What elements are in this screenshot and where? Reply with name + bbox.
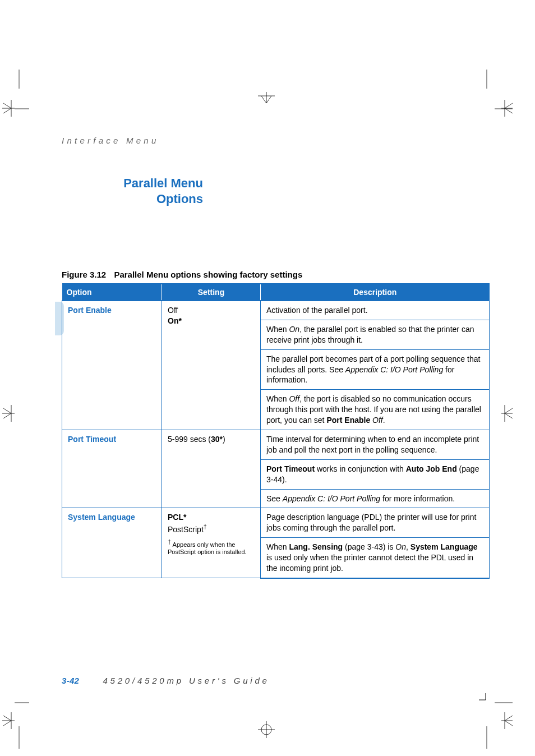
arrow-mark-left-mid [0, 405, 15, 422]
heading-line2: Options [156, 192, 203, 206]
description-cell: The parallel port becomes part of a port… [261, 349, 490, 390]
setting-value-default: On* [168, 316, 182, 325]
arrow-mark-left-top [0, 100, 15, 117]
description-cell: Activation of the parallel port. [261, 301, 490, 320]
setting-value: 5-999 secs ( [168, 435, 211, 444]
desc-bold: Port Timeout [266, 464, 315, 473]
header-option: Option [62, 284, 162, 301]
setting-value-default: 30* [211, 435, 223, 444]
option-cell: Port Enable [62, 301, 162, 430]
option-name: Port Enable [68, 306, 112, 315]
description-cell: Page description language (PDL) the prin… [261, 508, 490, 538]
table-row: Port Timeout 5-999 secs (30*) Time inter… [62, 430, 490, 460]
page-footer: 3-42 4520/4520mp User's Guide [62, 676, 270, 685]
arrow-mark-right-bottom [501, 712, 516, 729]
setting-value: PostScript [168, 525, 204, 534]
page-number: 3-42 [62, 676, 79, 685]
crop-mark-top-left [15, 70, 30, 120]
header-description: Description [261, 284, 490, 301]
option-cell: System Language [62, 508, 162, 578]
desc-bold: Port Enable [326, 416, 370, 425]
setting-value-default: PCL* [168, 513, 186, 522]
setting-cell: Off On* [162, 301, 261, 430]
section-heading: Parallel Menu Options [89, 176, 203, 206]
desc-text: for more information. [380, 494, 455, 503]
desc-text: Page description language (PDL) the prin… [266, 513, 476, 532]
desc-text: When [266, 542, 289, 551]
heading-line1: Parallel Menu [123, 176, 203, 190]
footnote-text: Appears only when the PostScript option … [168, 541, 247, 556]
table-row: System Language PCL* PostScript† † Appea… [62, 508, 490, 538]
option-cell: Port Timeout [62, 430, 162, 508]
setting-cell: PCL* PostScript† † Appears only when the… [162, 508, 261, 578]
desc-text: When [266, 325, 289, 334]
desc-text: is used only when the printer cannot det… [266, 553, 473, 573]
desc-bold: System Language [411, 542, 478, 551]
page-content: Interface Menu Parallel Menu Options [62, 136, 488, 206]
description-cell: When Lang. Sensing (page 3-43) is On, Sy… [261, 538, 490, 578]
desc-text: When [266, 394, 289, 403]
setting-cell: 5-999 secs (30*) [162, 430, 261, 508]
desc-bold: Lang. Sensing [289, 542, 343, 551]
description-cell: See Appendix C: I/O Port Polling for mor… [261, 489, 490, 508]
option-name: System Language [68, 513, 135, 522]
corner-l-mark [479, 691, 495, 701]
registration-mark-top [258, 92, 275, 105]
desc-ital: Off [372, 416, 383, 425]
crop-mark-bottom-left [15, 698, 30, 749]
desc-text: See [266, 494, 283, 503]
desc-ital: On [289, 325, 299, 334]
desc-ital: Appendix C: I/O Port Polling [283, 494, 380, 503]
registration-mark-bottom [258, 721, 275, 738]
desc-text: (page 3-43) is [343, 542, 395, 551]
figure-title: Parallel Menu options showing factory se… [114, 270, 302, 279]
description-cell: When On, the parallel port is enabled so… [261, 320, 490, 349]
desc-text: Time interval for determining when to en… [266, 435, 479, 454]
setting-footnote: † Appears only when the PostScript optio… [168, 538, 255, 556]
running-header: Interface Menu [62, 136, 488, 145]
description-cell: Port Timeout works in conjunction with A… [261, 459, 490, 489]
dagger-mark: † [168, 538, 171, 545]
desc-bold: Auto Job End [406, 464, 457, 473]
arrow-mark-right-mid [501, 405, 516, 422]
setting-value: Off [168, 306, 178, 315]
guide-title: 4520/4520mp User's Guide [103, 676, 269, 685]
desc-text: Activation of the parallel port. [266, 306, 368, 315]
arrow-mark-right-top [501, 100, 516, 117]
description-cell: When Off, the port is disabled so no com… [261, 390, 490, 430]
desc-ital: Appendix C: I/O Port Polling [345, 365, 443, 374]
setting-value: ) [223, 435, 225, 444]
desc-ital: Off [289, 394, 299, 403]
figure-caption: Figure 3.12 Parallel Menu options showin… [62, 270, 302, 279]
desc-text: works in conjunction with [315, 464, 406, 473]
option-name: Port Timeout [68, 435, 116, 444]
header-setting: Setting [162, 284, 261, 301]
description-cell: Time interval for determining when to en… [261, 430, 490, 460]
dagger-mark: † [204, 523, 207, 530]
desc-text: . [383, 416, 385, 425]
arrow-mark-left-bottom [0, 712, 15, 729]
desc-text: , [406, 542, 411, 551]
desc-ital: On [395, 542, 406, 551]
table-header-row: Option Setting Description [62, 284, 490, 301]
table-row: Port Enable Off On* Activation of the pa… [62, 301, 490, 320]
options-table: Option Setting Description Port Enable O… [62, 283, 490, 579]
figure-number: Figure 3.12 [62, 270, 106, 279]
